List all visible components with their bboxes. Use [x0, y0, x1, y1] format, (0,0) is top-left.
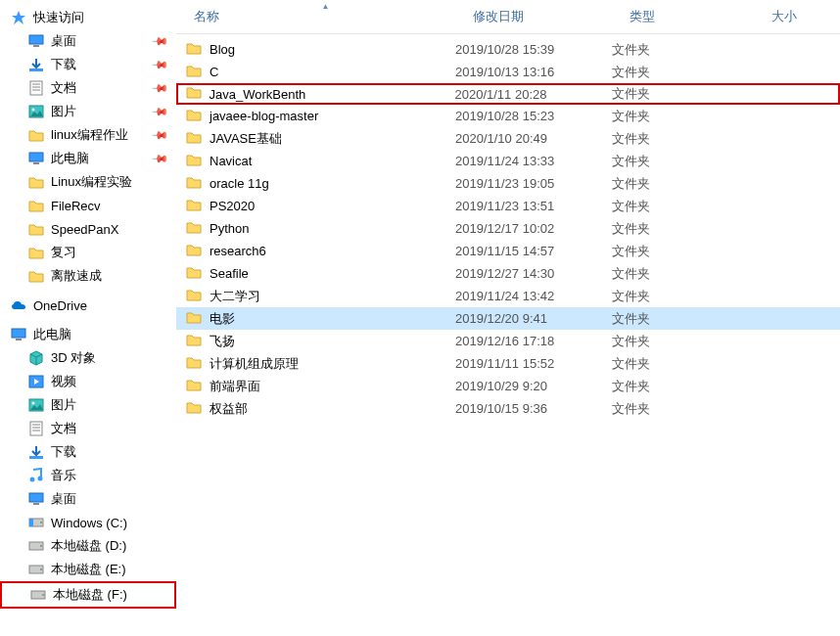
- column-date[interactable]: 修改日期: [465, 4, 622, 29]
- sidebar-quick-item[interactable]: Linux编程实验: [0, 170, 176, 194]
- thispc-icon: [27, 150, 45, 167]
- file-row[interactable]: 飞扬2019/12/16 17:18文件夹: [176, 330, 840, 352]
- file-name: 计算机组成原理: [210, 355, 299, 373]
- file-date: 2019/10/28 15:23: [447, 109, 604, 123]
- sidebar-pc-item[interactable]: Windows (C:): [0, 511, 176, 534]
- onedrive[interactable]: OneDrive: [0, 294, 176, 317]
- svg-rect-1: [29, 35, 43, 44]
- svg-rect-11: [33, 162, 39, 164]
- file-type: 文件夹: [604, 85, 746, 103]
- file-date: 2019/11/23 13:51: [447, 199, 604, 213]
- svg-rect-12: [12, 329, 25, 338]
- file-type: 文件夹: [604, 130, 746, 148]
- sidebar-pc-item[interactable]: 图片: [0, 393, 176, 417]
- file-date: 2019/11/23 19:05: [447, 176, 604, 191]
- file-type: 文件夹: [604, 333, 746, 350]
- svg-rect-25: [29, 493, 43, 502]
- sidebar-pc-item[interactable]: 本地磁盘 (D:): [0, 534, 176, 558]
- file-row[interactable]: Seafile2019/12/27 14:30文件夹: [176, 262, 840, 285]
- 3d-icon: [27, 349, 45, 367]
- file-name: JAVASE基础: [210, 130, 282, 148]
- onedrive-label: OneDrive: [33, 298, 170, 313]
- nav-label: 离散速成: [51, 267, 170, 285]
- sidebar-pc-item[interactable]: 桌面: [0, 487, 176, 511]
- sidebar-pc-item[interactable]: 视频: [0, 370, 176, 393]
- file-row[interactable]: C2019/10/13 13:16文件夹: [176, 61, 840, 83]
- desktop-icon: [27, 32, 45, 50]
- sidebar-pc-item[interactable]: 3D 对象: [0, 346, 176, 370]
- sidebar-quick-item[interactable]: 此电脑📌: [0, 147, 176, 170]
- sidebar-quick-item[interactable]: SpeedPanX: [0, 217, 176, 241]
- svg-rect-3: [29, 68, 43, 71]
- file-row[interactable]: Java_WorkBenth2020/1/11 20:28文件夹: [176, 83, 840, 105]
- folder-icon: [27, 126, 45, 144]
- videos-icon: [27, 373, 45, 390]
- svg-rect-10: [29, 153, 43, 161]
- file-name: oracle 11g: [210, 176, 269, 191]
- file-type: 文件夹: [604, 153, 746, 170]
- column-type[interactable]: 类型: [622, 4, 764, 29]
- folder-icon: [186, 400, 204, 418]
- sidebar-pc-item[interactable]: 本地磁盘 (E:): [0, 558, 176, 581]
- nav-label: 音乐: [51, 467, 170, 484]
- folder-icon: [186, 355, 204, 373]
- file-row[interactable]: Python2019/12/17 10:02文件夹: [176, 217, 840, 240]
- downloads-icon: [27, 443, 45, 461]
- svg-rect-13: [16, 339, 22, 341]
- folder-icon: [27, 197, 45, 214]
- sidebar-quick-item[interactable]: 复习: [0, 241, 176, 264]
- onedrive-icon: [10, 296, 27, 314]
- file-type: 文件夹: [604, 198, 746, 215]
- downloads-icon: [27, 56, 45, 73]
- column-name[interactable]: ▲ 名称: [186, 4, 465, 29]
- sidebar-quick-item[interactable]: 图片📌: [0, 100, 176, 123]
- nav-label: 桌面: [51, 490, 170, 508]
- this-pc[interactable]: 此电脑: [0, 323, 176, 346]
- file-row[interactable]: 大二学习2019/11/24 13:42文件夹: [176, 285, 840, 307]
- file-row[interactable]: 前端界面2019/10/29 9:20文件夹: [176, 375, 840, 397]
- sidebar-quick-item[interactable]: 离散速成: [0, 264, 176, 288]
- this-pc-icon: [10, 326, 27, 343]
- music-icon: [27, 467, 45, 484]
- column-size[interactable]: 大小: [764, 4, 840, 29]
- nav-label: 图片: [51, 396, 170, 414]
- nav-label: FileRecv: [51, 199, 170, 213]
- svg-point-35: [42, 594, 44, 596]
- file-list: Blog2019/10/28 15:39文件夹C2019/10/13 13:16…: [176, 34, 840, 636]
- sidebar-quick-item[interactable]: linux编程作业📌: [0, 123, 176, 147]
- svg-point-29: [40, 522, 42, 523]
- file-row[interactable]: Navicat2019/11/24 13:33文件夹: [176, 150, 840, 172]
- file-name: javaee-blog-master: [210, 109, 318, 123]
- file-row[interactable]: oracle 11g2019/11/23 19:05文件夹: [176, 172, 840, 195]
- sidebar-quick-item[interactable]: 文档📌: [0, 76, 176, 100]
- file-row[interactable]: 计算机组成原理2019/11/11 15:52文件夹: [176, 352, 840, 375]
- file-row[interactable]: 权益部2019/10/15 9:36文件夹: [176, 397, 840, 420]
- file-name: Blog: [210, 42, 235, 57]
- file-row[interactable]: JAVASE基础2020/1/10 20:49文件夹: [176, 127, 840, 150]
- nav-label: Linux编程实验: [51, 173, 170, 191]
- quick-access[interactable]: 快速访问: [0, 6, 176, 29]
- sidebar-quick-item[interactable]: 桌面📌: [0, 29, 176, 53]
- file-row[interactable]: 电影2019/12/20 9:41文件夹: [176, 307, 840, 330]
- pin-icon: 📌: [150, 31, 168, 50]
- file-name: C: [210, 65, 218, 79]
- documents-icon: [27, 79, 45, 97]
- folder-icon: [186, 198, 204, 215]
- sidebar-quick-item[interactable]: FileRecv: [0, 194, 176, 217]
- file-date: 2019/12/16 17:18: [447, 334, 604, 348]
- sidebar-pc-item[interactable]: 音乐: [0, 464, 176, 487]
- file-date: 2019/11/24 13:33: [447, 154, 604, 168]
- nav-label: 文档: [51, 420, 170, 437]
- sidebar-pc-item[interactable]: 本地磁盘 (F:): [0, 581, 176, 609]
- file-row[interactable]: research62019/11/15 14:57文件夹: [176, 240, 840, 262]
- sidebar-pc-item[interactable]: 文档: [0, 417, 176, 440]
- file-row[interactable]: javaee-blog-master2019/10/28 15:23文件夹: [176, 105, 840, 127]
- nav-label: 本地磁盘 (F:): [53, 586, 168, 604]
- svg-point-17: [32, 402, 35, 405]
- sidebar-pc-item[interactable]: 下载: [0, 440, 176, 464]
- file-row[interactable]: Blog2019/10/28 15:39文件夹: [176, 38, 840, 61]
- sidebar-quick-item[interactable]: 下载📌: [0, 53, 176, 76]
- drive-icon: [27, 561, 45, 578]
- file-row[interactable]: PS20202019/11/23 13:51文件夹: [176, 195, 840, 217]
- file-name: Seafile: [210, 266, 249, 281]
